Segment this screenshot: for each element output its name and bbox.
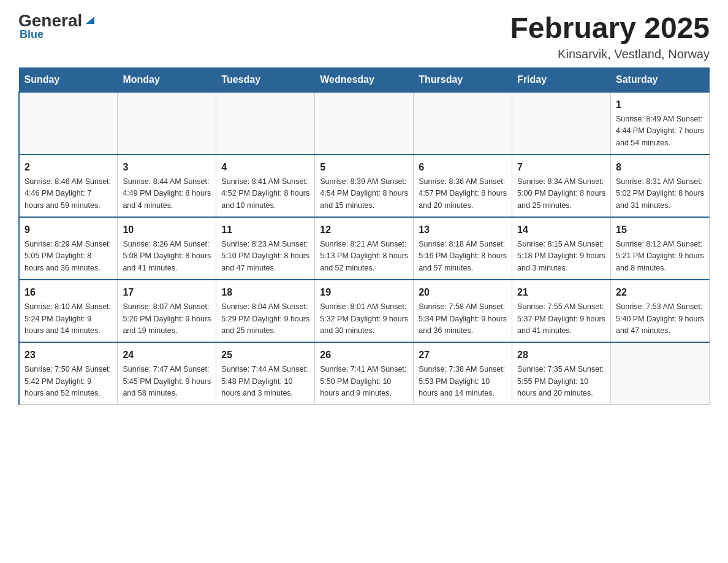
table-row: 24Sunrise: 7:47 AM Sunset: 5:45 PM Dayli… — [118, 342, 216, 405]
calendar-table: Sunday Monday Tuesday Wednesday Thursday… — [18, 67, 710, 405]
day-info: Sunrise: 8:21 AM Sunset: 5:13 PM Dayligh… — [320, 239, 408, 274]
table-row: 28Sunrise: 7:35 AM Sunset: 5:55 PM Dayli… — [512, 342, 611, 405]
day-number: 12 — [320, 223, 408, 237]
table-row — [611, 342, 710, 405]
table-row: 14Sunrise: 8:15 AM Sunset: 5:18 PM Dayli… — [512, 217, 611, 280]
table-row: 1Sunrise: 8:49 AM Sunset: 4:44 PM Daylig… — [611, 92, 710, 155]
logo-general: General — [18, 12, 82, 29]
table-row: 25Sunrise: 7:44 AM Sunset: 5:48 PM Dayli… — [216, 342, 315, 405]
calendar-week-4: 16Sunrise: 8:10 AM Sunset: 5:24 PM Dayli… — [19, 280, 710, 342]
table-row: 12Sunrise: 8:21 AM Sunset: 5:13 PM Dayli… — [315, 217, 414, 280]
calendar-header: Sunday Monday Tuesday Wednesday Thursday… — [19, 67, 710, 92]
logo-blue: Blue — [20, 28, 44, 41]
svg-marker-0 — [86, 17, 94, 24]
day-info: Sunrise: 8:34 AM Sunset: 5:00 PM Dayligh… — [517, 176, 605, 212]
day-info: Sunrise: 8:07 AM Sunset: 5:26 PM Dayligh… — [123, 301, 211, 337]
day-number: 13 — [419, 223, 507, 237]
table-row — [19, 92, 118, 155]
day-number: 28 — [517, 348, 605, 362]
day-info: Sunrise: 7:53 AM Sunset: 5:40 PM Dayligh… — [616, 301, 704, 337]
day-info: Sunrise: 8:31 AM Sunset: 5:02 PM Dayligh… — [616, 176, 704, 212]
day-number: 22 — [616, 285, 704, 300]
table-row: 10Sunrise: 8:26 AM Sunset: 5:08 PM Dayli… — [118, 217, 216, 280]
calendar-title: February 2025 — [510, 12, 710, 45]
day-info: Sunrise: 8:18 AM Sunset: 5:16 PM Dayligh… — [419, 239, 507, 274]
day-number: 24 — [123, 348, 211, 362]
day-number: 11 — [221, 223, 309, 237]
day-info: Sunrise: 8:10 AM Sunset: 5:24 PM Dayligh… — [25, 301, 112, 337]
header-tuesday: Tuesday — [216, 67, 315, 92]
day-number: 16 — [25, 285, 112, 300]
day-number: 5 — [320, 160, 408, 175]
table-row: 27Sunrise: 7:38 AM Sunset: 5:53 PM Dayli… — [414, 342, 512, 405]
table-row — [414, 92, 512, 155]
logo-icon — [83, 13, 97, 26]
table-row: 19Sunrise: 8:01 AM Sunset: 5:32 PM Dayli… — [315, 280, 414, 342]
table-row: 3Sunrise: 8:44 AM Sunset: 4:49 PM Daylig… — [118, 155, 216, 217]
header-thursday: Thursday — [414, 67, 512, 92]
header-friday: Friday — [512, 67, 611, 92]
table-row: 20Sunrise: 7:58 AM Sunset: 5:34 PM Dayli… — [414, 280, 512, 342]
table-row — [216, 92, 315, 155]
day-number: 14 — [517, 223, 605, 237]
day-info: Sunrise: 7:38 AM Sunset: 5:53 PM Dayligh… — [419, 364, 507, 399]
table-row: 2Sunrise: 8:46 AM Sunset: 4:46 PM Daylig… — [19, 155, 118, 217]
day-info: Sunrise: 7:35 AM Sunset: 5:55 PM Dayligh… — [517, 364, 605, 399]
day-info: Sunrise: 7:55 AM Sunset: 5:37 PM Dayligh… — [517, 301, 605, 337]
day-number: 21 — [517, 285, 605, 300]
day-info: Sunrise: 8:04 AM Sunset: 5:29 PM Dayligh… — [221, 301, 309, 337]
day-info: Sunrise: 7:44 AM Sunset: 5:48 PM Dayligh… — [221, 364, 309, 399]
day-number: 9 — [25, 223, 112, 237]
day-number: 6 — [419, 160, 507, 175]
table-row: 6Sunrise: 8:36 AM Sunset: 4:57 PM Daylig… — [414, 155, 512, 217]
table-row: 15Sunrise: 8:12 AM Sunset: 5:21 PM Dayli… — [611, 217, 710, 280]
day-number: 26 — [320, 348, 408, 362]
day-number: 19 — [320, 285, 408, 300]
table-row: 9Sunrise: 8:29 AM Sunset: 5:05 PM Daylig… — [19, 217, 118, 280]
day-info: Sunrise: 8:36 AM Sunset: 4:57 PM Dayligh… — [419, 176, 507, 212]
day-info: Sunrise: 8:15 AM Sunset: 5:18 PM Dayligh… — [517, 239, 605, 274]
day-info: Sunrise: 8:46 AM Sunset: 4:46 PM Dayligh… — [25, 176, 112, 212]
table-row: 16Sunrise: 8:10 AM Sunset: 5:24 PM Dayli… — [19, 280, 118, 342]
table-row: 23Sunrise: 7:50 AM Sunset: 5:42 PM Dayli… — [19, 342, 118, 405]
calendar-week-3: 9Sunrise: 8:29 AM Sunset: 5:05 PM Daylig… — [19, 217, 710, 280]
table-row: 21Sunrise: 7:55 AM Sunset: 5:37 PM Dayli… — [512, 280, 611, 342]
day-number: 3 — [123, 160, 211, 175]
header-saturday: Saturday — [611, 67, 710, 92]
day-info: Sunrise: 8:49 AM Sunset: 4:44 PM Dayligh… — [616, 113, 704, 149]
day-info: Sunrise: 7:41 AM Sunset: 5:50 PM Dayligh… — [320, 364, 408, 399]
table-row: 18Sunrise: 8:04 AM Sunset: 5:29 PM Dayli… — [216, 280, 315, 342]
table-row — [118, 92, 216, 155]
table-row: 17Sunrise: 8:07 AM Sunset: 5:26 PM Dayli… — [118, 280, 216, 342]
header-sunday: Sunday — [19, 67, 118, 92]
day-info: Sunrise: 8:29 AM Sunset: 5:05 PM Dayligh… — [25, 239, 112, 274]
logo: General Blue — [18, 12, 97, 41]
day-info: Sunrise: 8:39 AM Sunset: 4:54 PM Dayligh… — [320, 176, 408, 212]
calendar-week-1: 1Sunrise: 8:49 AM Sunset: 4:44 PM Daylig… — [19, 92, 710, 155]
table-row — [315, 92, 414, 155]
day-info: Sunrise: 8:12 AM Sunset: 5:21 PM Dayligh… — [616, 239, 704, 274]
table-row: 4Sunrise: 8:41 AM Sunset: 4:52 PM Daylig… — [216, 155, 315, 217]
day-info: Sunrise: 7:47 AM Sunset: 5:45 PM Dayligh… — [123, 364, 211, 399]
day-number: 18 — [221, 285, 309, 300]
day-number: 10 — [123, 223, 211, 237]
day-number: 23 — [25, 348, 112, 362]
day-number: 25 — [221, 348, 309, 362]
table-row: 22Sunrise: 7:53 AM Sunset: 5:40 PM Dayli… — [611, 280, 710, 342]
day-number: 8 — [616, 160, 704, 175]
calendar-week-5: 23Sunrise: 7:50 AM Sunset: 5:42 PM Dayli… — [19, 342, 710, 405]
table-row: 5Sunrise: 8:39 AM Sunset: 4:54 PM Daylig… — [315, 155, 414, 217]
day-number: 17 — [123, 285, 211, 300]
table-row — [512, 92, 611, 155]
day-number: 27 — [419, 348, 507, 362]
day-number: 4 — [221, 160, 309, 175]
calendar-subtitle: Kinsarvik, Vestland, Norway — [510, 47, 710, 61]
header-monday: Monday — [118, 67, 216, 92]
day-number: 2 — [25, 160, 112, 175]
day-info: Sunrise: 8:41 AM Sunset: 4:52 PM Dayligh… — [221, 176, 309, 212]
day-info: Sunrise: 8:01 AM Sunset: 5:32 PM Dayligh… — [320, 301, 408, 337]
table-row: 8Sunrise: 8:31 AM Sunset: 5:02 PM Daylig… — [611, 155, 710, 217]
calendar-week-2: 2Sunrise: 8:46 AM Sunset: 4:46 PM Daylig… — [19, 155, 710, 217]
day-number: 20 — [419, 285, 507, 300]
day-info: Sunrise: 8:44 AM Sunset: 4:49 PM Dayligh… — [123, 176, 211, 212]
